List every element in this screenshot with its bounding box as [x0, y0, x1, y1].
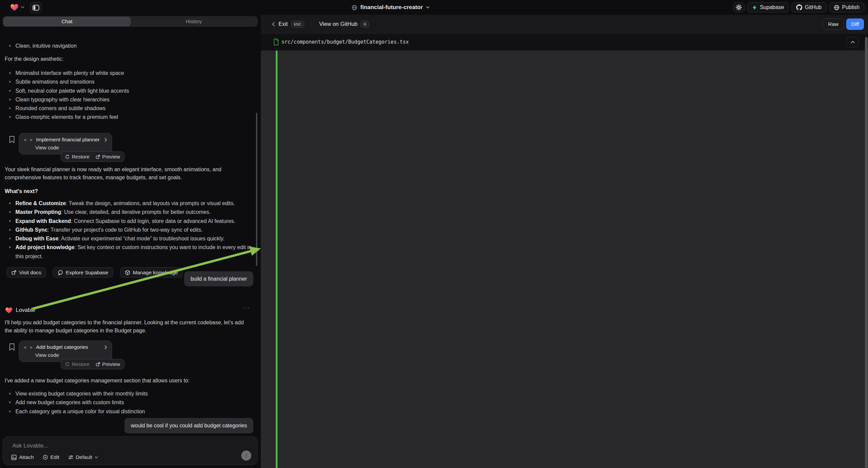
chevron-right-icon: [104, 138, 107, 142]
github-button[interactable]: GitHub: [792, 2, 827, 12]
version-card-title: Add budget categories: [36, 344, 88, 350]
lovable-avatar-heart-icon: [5, 306, 13, 314]
visit-docs-label: Visit docs: [19, 270, 41, 275]
restore-button[interactable]: Restore: [65, 154, 90, 159]
tab-history[interactable]: History: [130, 17, 257, 26]
github-icon: [796, 4, 802, 10]
diff-toggle-button[interactable]: Diff: [846, 19, 864, 30]
restore-label: Restore: [72, 154, 90, 159]
attach-label: Attach: [19, 454, 34, 460]
gear-icon: [736, 4, 742, 10]
card-actions-pill: Restore Preview: [61, 359, 124, 369]
preview-label: Preview: [102, 361, 120, 367]
design-heading: For the design aesthetic:: [5, 55, 63, 63]
logo-chevron-down-icon[interactable]: [21, 6, 25, 8]
code-panel: Exit ESC View on GitHub G Raw Diff src/c…: [260, 15, 868, 468]
prompt-input-box[interactable]: Ask Lovable... Attach Edit Default ↑: [3, 436, 258, 465]
user-message-bubble: build a financial planner: [184, 271, 253, 286]
g-kbd: G: [361, 21, 369, 28]
code-icon: < >: [24, 137, 33, 142]
collapse-file-button[interactable]: [846, 37, 859, 47]
chevron-right-icon: [104, 345, 107, 350]
list-item: Debug with Ease: Activate our experiment…: [8, 234, 252, 243]
chat-scrollbar[interactable]: [256, 113, 257, 266]
project-name: financial-future-creator: [360, 4, 423, 11]
publish-label: Publish: [842, 4, 860, 10]
lovable-logo-icon[interactable]: [10, 3, 19, 11]
manage-knowledge-button[interactable]: Manage knowledge: [120, 267, 183, 277]
visit-docs-button[interactable]: Visit docs: [7, 267, 46, 277]
esc-kbd: ESC: [291, 21, 304, 28]
list-item: Rounded corners and subtle shadows: [8, 104, 129, 113]
send-button[interactable]: ↑: [241, 450, 251, 461]
assistant-message: I'll help you add budget categories to t…: [5, 319, 244, 335]
list-item: Soft, neutral color palette with light b…: [8, 87, 129, 95]
explore-supabase-button[interactable]: Explore Supabase: [53, 267, 113, 277]
supabase-bolt-icon: [752, 5, 757, 10]
model-label: Default: [76, 454, 92, 460]
list-item: Glass-morphic elements for a premium fee…: [8, 113, 129, 121]
code-scrollbar[interactable]: [865, 37, 868, 468]
code-diff-view: [261, 51, 868, 468]
edit-mode-button[interactable]: Edit: [42, 454, 59, 460]
prompt-placeholder: Ask Lovable...: [12, 442, 48, 449]
list-item: GitHub Sync: Transfer your project's cod…: [8, 226, 252, 234]
restore-label: Restore: [72, 361, 90, 367]
tab-chat[interactable]: Chat: [3, 17, 130, 26]
project-chevron-down-icon: [426, 6, 430, 9]
edit-label: Edit: [50, 454, 59, 460]
list-item: Expand with Backend: Connect Supabase to…: [8, 217, 252, 226]
restore-button[interactable]: Restore: [65, 361, 90, 367]
list-item: Clean typography with clear hierarchies: [8, 95, 129, 104]
back-chevron-icon[interactable]: [272, 22, 275, 27]
list-item: Master Prompting: Use clear, detailed, a…: [8, 208, 252, 216]
file-icon: [274, 39, 279, 45]
sidebar-toggle-button[interactable]: [30, 2, 41, 13]
whats-next-list: Refine & Customize: Tweak the design, an…: [8, 199, 252, 261]
card-actions-pill: Restore Preview: [61, 151, 124, 162]
view-code-link[interactable]: View code: [35, 352, 107, 358]
project-globe-icon: [352, 5, 357, 10]
quick-actions: Visit docs Explore Supabase Manage knowl…: [7, 267, 183, 277]
bookmark-icon[interactable]: [9, 136, 15, 143]
supabase-button[interactable]: Supabase: [747, 2, 789, 12]
file-path: src/components/budget/BudgetCategories.t…: [281, 39, 409, 45]
message-more-button[interactable]: ···: [242, 304, 250, 311]
feature-bullet-list: View existing budget categories with the…: [8, 389, 148, 416]
code-toolbar: Exit ESC View on GitHub G Raw Diff: [261, 15, 868, 33]
file-header[interactable]: src/components/budget/BudgetCategories.t…: [261, 33, 868, 51]
assistant-name: Lovable: [16, 307, 35, 313]
assistant-message: Your sleek financial planner is now read…: [5, 166, 221, 182]
raw-toggle-button[interactable]: Raw: [823, 19, 844, 30]
supabase-label: Supabase: [760, 4, 784, 10]
exit-button[interactable]: Exit: [278, 21, 288, 27]
project-switcher[interactable]: financial-future-creator: [352, 0, 430, 15]
publish-button[interactable]: Publish: [829, 2, 864, 12]
settings-button[interactable]: [734, 2, 745, 12]
preview-button[interactable]: Preview: [96, 154, 120, 159]
list-item: View existing budget categories with the…: [8, 389, 148, 398]
prompt-controls: Attach Edit Default: [11, 454, 98, 460]
preview-button[interactable]: Preview: [96, 361, 120, 367]
publish-globe-icon: [834, 5, 839, 10]
list-item: Add project knowledge: Set key context o…: [8, 243, 252, 261]
top-bar: financial-future-creator Supabase GitHub: [0, 0, 868, 15]
list-item: Each category gets a unique color for vi…: [8, 407, 148, 416]
code-icon: < >: [24, 345, 33, 350]
design-bullet-list: Minimalist interface with plenty of whit…: [8, 69, 129, 122]
assistant-message: I've added a new budget categories manag…: [5, 377, 190, 385]
attach-button[interactable]: Attach: [11, 454, 34, 460]
assistant-header: Lovable: [5, 306, 35, 314]
bookmark-icon[interactable]: [9, 343, 15, 351]
list-item: Add new budget categories with custom li…: [8, 398, 148, 407]
preview-label: Preview: [102, 154, 120, 159]
view-code-link[interactable]: View code: [35, 145, 107, 151]
whats-next-heading: What's next?: [5, 187, 38, 195]
list-item: Subtle animations and transitions: [8, 78, 129, 86]
list-item: Refine & Customize: Tweak the design, an…: [8, 199, 252, 208]
view-on-github-button[interactable]: View on GitHub: [319, 21, 357, 27]
diff-added-gutter: [276, 51, 277, 468]
user-message-bubble: would be cool if you could add budget ca…: [124, 418, 253, 433]
topbar-actions: Supabase GitHub Publish: [734, 2, 864, 12]
model-selector[interactable]: Default: [68, 454, 98, 460]
